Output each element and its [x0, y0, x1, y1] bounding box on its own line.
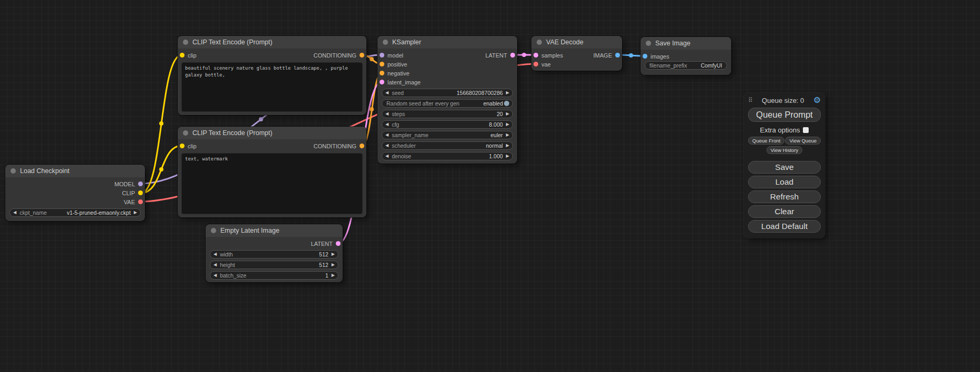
widget-filename-prefix[interactable]: filename_prefix ComfyUI — [645, 61, 727, 70]
node-title-bar[interactable]: KSampler — [377, 36, 517, 49]
decrement-arrow-icon[interactable]: ◀ — [214, 273, 217, 278]
node-title-bar[interactable]: CLIP Text Encode (Prompt) — [178, 36, 366, 49]
save-button[interactable]: Save — [748, 161, 821, 174]
decrement-arrow-icon[interactable]: ◀ — [385, 154, 389, 158]
conditioning-output-dot[interactable] — [360, 53, 364, 58]
model-output-dot[interactable] — [138, 182, 143, 186]
increment-arrow-icon[interactable]: ▶ — [506, 122, 509, 127]
vae-input-dot[interactable] — [533, 62, 538, 66]
widget-random-seed-toggle[interactable]: Random seed after every gen enabled — [382, 99, 513, 108]
queue-controls-row: Queue Front View Queue — [748, 137, 821, 145]
node-clip-text-encode-negative[interactable]: CLIP Text Encode (Prompt) clip CONDITION… — [178, 127, 366, 217]
comfy-menu-panel: ⠿ Queue size: 0 ⚙ Queue Prompt Extra opt… — [744, 93, 825, 238]
node-status-dot — [537, 40, 542, 45]
node-title: CLIP Text Encode (Prompt) — [192, 129, 273, 137]
decrement-arrow-icon[interactable]: ◀ — [385, 91, 389, 95]
widget-cfg[interactable]: ◀ cfg 8.000 ▶ — [382, 120, 513, 129]
increment-arrow-icon[interactable]: ▶ — [506, 154, 509, 158]
positive-prompt-textarea[interactable]: beautiful scenery nature glass bottle la… — [181, 62, 363, 112]
extra-options-row: Extra options — [748, 126, 821, 134]
positive-input-dot[interactable] — [380, 62, 384, 66]
clear-button[interactable]: Clear — [748, 205, 821, 218]
toggle-knob[interactable] — [504, 101, 509, 106]
latent-output-dot[interactable] — [510, 53, 515, 58]
node-title: Empty Latent Image — [220, 227, 279, 234]
decrement-arrow-icon[interactable]: ◀ — [214, 252, 217, 256]
node-title-bar[interactable]: Save Image — [641, 37, 731, 50]
settings-gear-icon[interactable]: ⚙ — [813, 96, 821, 104]
extra-options-checkbox[interactable] — [803, 127, 809, 133]
decrement-arrow-icon[interactable]: ◀ — [13, 211, 16, 215]
latent-image-input-dot[interactable] — [380, 80, 384, 84]
increment-arrow-icon[interactable]: ▶ — [332, 263, 335, 267]
model-input-dot[interactable] — [380, 53, 384, 58]
decrement-arrow-icon[interactable]: ◀ — [214, 263, 217, 267]
view-queue-button[interactable]: View Queue — [785, 137, 821, 145]
widget-scheduler[interactable]: ◀ scheduler normal ▶ — [382, 141, 513, 150]
node-vae-decode[interactable]: VAE Decode samples IMAGE vae — [531, 36, 622, 71]
queue-prompt-button[interactable]: Queue Prompt — [748, 108, 821, 122]
clip-output-dot[interactable] — [138, 190, 143, 195]
decrement-arrow-icon[interactable]: ◀ — [385, 112, 389, 116]
graph-canvas[interactable]: Load Checkpoint MODEL CLIP VAE ◀ ckpt_na… — [0, 0, 980, 372]
node-title-bar[interactable]: VAE Decode — [531, 36, 622, 49]
widget-sampler-name[interactable]: ◀ sampler_name euler ▶ — [382, 131, 513, 139]
clip-input-dot[interactable] — [180, 144, 185, 148]
node-save-image[interactable]: Save Image images filename_prefix ComfyU… — [641, 37, 731, 75]
clip-input-dot[interactable] — [180, 53, 185, 58]
input-slot-negative: negative — [377, 69, 517, 78]
view-history-button[interactable]: View History — [766, 146, 803, 154]
widget-denoise[interactable]: ◀ denoise 1.000 ▶ — [382, 152, 513, 160]
increment-arrow-icon[interactable]: ▶ — [134, 211, 137, 215]
widget-height[interactable]: ◀ height 512 ▶ — [210, 261, 338, 269]
negative-input-dot[interactable] — [380, 71, 384, 75]
decrement-arrow-icon[interactable]: ◀ — [385, 133, 389, 137]
increment-arrow-icon[interactable]: ▶ — [332, 252, 335, 256]
node-title-bar[interactable]: CLIP Text Encode (Prompt) — [178, 127, 366, 139]
input-slot-images: images — [641, 52, 731, 61]
wire-midpoint-dot — [370, 57, 374, 61]
node-ksampler[interactable]: KSampler model LATENT positive negative … — [377, 36, 517, 164]
slot-label: latent_image — [387, 79, 421, 85]
negative-prompt-textarea[interactable]: text, watermark — [181, 153, 363, 214]
slot-label: IMAGE — [594, 52, 612, 59]
node-empty-latent-image[interactable]: Empty Latent Image LATENT ◀ width 512 ▶ … — [206, 224, 343, 282]
increment-arrow-icon[interactable]: ▶ — [506, 133, 509, 137]
conditioning-output-dot[interactable] — [360, 144, 364, 148]
node-load-checkpoint[interactable]: Load Checkpoint MODEL CLIP VAE ◀ ckpt_na… — [5, 165, 145, 221]
queue-front-button[interactable]: Queue Front — [748, 137, 784, 145]
widget-steps[interactable]: ◀ steps 20 ▶ — [382, 110, 513, 118]
refresh-button[interactable]: Refresh — [748, 190, 821, 203]
increment-arrow-icon[interactable]: ▶ — [506, 91, 509, 95]
samples-input-dot[interactable] — [533, 53, 538, 58]
increment-arrow-icon[interactable]: ▶ — [332, 273, 335, 278]
images-input-dot[interactable] — [643, 54, 647, 59]
increment-arrow-icon[interactable]: ▶ — [506, 112, 509, 116]
widget-seed[interactable]: ◀ seed 156680208700286 ▶ — [382, 89, 513, 97]
widget-name: seed — [392, 90, 404, 96]
input-slot-vae: vae — [531, 60, 622, 69]
load-default-button[interactable]: Load Default — [748, 220, 821, 233]
node-clip-text-encode-positive[interactable]: CLIP Text Encode (Prompt) clip CONDITION… — [178, 36, 366, 115]
drag-handle-icon[interactable]: ⠿ — [748, 97, 753, 104]
node-status-dot — [183, 40, 188, 45]
slot-row: clip CONDITIONING — [178, 141, 366, 150]
widget-name: filename_prefix — [649, 62, 687, 69]
node-status-dot — [646, 41, 651, 46]
vae-output-dot[interactable] — [138, 199, 143, 204]
decrement-arrow-icon[interactable]: ◀ — [385, 122, 389, 127]
increment-arrow-icon[interactable]: ▶ — [506, 144, 509, 148]
widget-width[interactable]: ◀ width 512 ▶ — [210, 250, 338, 259]
node-status-dot — [211, 228, 216, 233]
load-button[interactable]: Load — [748, 176, 821, 188]
image-output-dot[interactable] — [615, 53, 620, 58]
widget-name: Random seed after every gen — [386, 100, 459, 107]
slot-label: CONDITIONING — [314, 143, 356, 149]
widget-batch-size[interactable]: ◀ batch_size 1 ▶ — [210, 271, 338, 280]
widget-ckpt-name[interactable]: ◀ ckpt_name v1-5-pruned-emaonly.ckpt ▶ — [9, 208, 141, 217]
widget-value: 1 — [325, 272, 328, 279]
node-title-bar[interactable]: Empty Latent Image — [206, 224, 343, 237]
latent-output-dot[interactable] — [336, 241, 341, 246]
node-title-bar[interactable]: Load Checkpoint — [5, 165, 145, 177]
decrement-arrow-icon[interactable]: ◀ — [385, 144, 389, 148]
